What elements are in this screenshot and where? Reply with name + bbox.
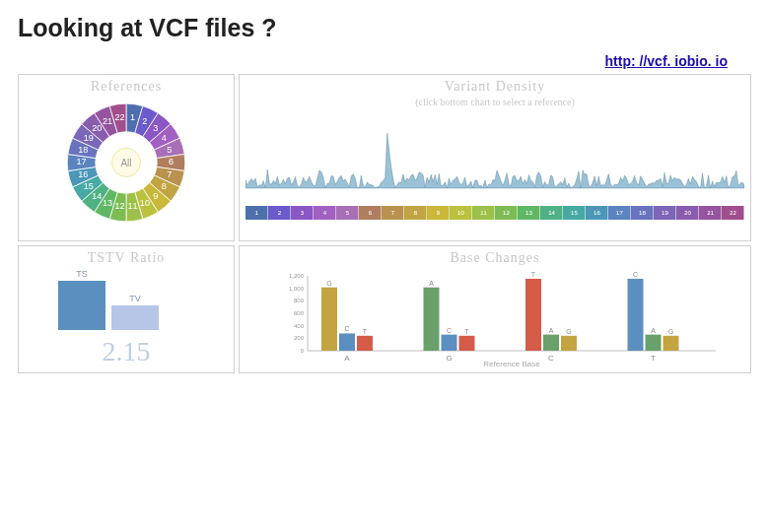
bc-bar-label: G <box>326 280 331 287</box>
bc-bar <box>646 335 662 351</box>
donut-segment-label: 13 <box>103 198 112 208</box>
panel-tstv: TSTV Ratio TSTV 2.15 <box>18 245 235 373</box>
bc-bar <box>459 336 475 351</box>
bc-group-label: C <box>548 354 554 363</box>
donut-center-label: All <box>111 148 141 177</box>
bc-bar-label: A <box>429 280 434 287</box>
donut-segment-label: 22 <box>114 112 124 122</box>
references-donut: 12345678910111213141516171819202122 All <box>62 99 190 227</box>
density-trace <box>245 133 744 188</box>
density-strip-label: 19 <box>662 210 668 216</box>
donut-segment-label: 12 <box>114 201 124 211</box>
bc-bar-label: C <box>633 271 638 278</box>
bc-bar <box>525 279 541 351</box>
donut-segment-label: 15 <box>84 181 94 191</box>
tstv-bar: TS <box>58 281 105 330</box>
density-strip-label: 15 <box>571 210 578 216</box>
tstv-bar-label: TV <box>129 294 141 303</box>
vcf-iobio-link[interactable]: http: //vcf. iobio. io <box>605 53 728 69</box>
donut-segment-label: 17 <box>76 157 86 166</box>
density-strip-label: 16 <box>594 210 600 216</box>
donut-segment-label: 4 <box>162 133 167 143</box>
density-strip-label: 20 <box>684 210 691 216</box>
donut-segment-label: 10 <box>140 198 150 208</box>
bc-bar-label: T <box>531 271 536 278</box>
bc-bar <box>628 279 644 351</box>
bc-bar <box>339 333 355 351</box>
density-strip-label: 18 <box>639 210 646 216</box>
link-row: http: //vcf. iobio. io <box>18 52 751 70</box>
bc-bar <box>442 335 457 351</box>
density-strip-label: 22 <box>730 210 736 216</box>
page-title: Looking at VCF files ? <box>18 14 751 42</box>
bc-ytick: 0 <box>301 348 305 354</box>
panel-references: References 12345678910111213141516171819… <box>18 74 235 241</box>
donut-segment-label: 2 <box>142 116 147 126</box>
density-title: Variant Density <box>245 79 744 95</box>
bc-ytick: 1,200 <box>289 273 305 279</box>
donut-segment-label: 3 <box>153 123 158 133</box>
bc-ytick: 400 <box>294 323 305 329</box>
bc-ytick: 200 <box>294 335 305 341</box>
donut-segment-label: 7 <box>167 169 172 179</box>
bc-group-label: T <box>651 354 656 363</box>
bc-bar <box>321 288 337 351</box>
donut-segment-label: 1 <box>130 112 135 122</box>
donut-segment-label: 21 <box>103 116 112 126</box>
donut-segment-label: 16 <box>78 169 88 179</box>
bc-bar-label: C <box>344 325 349 332</box>
tstv-bars: TSTV <box>58 276 228 330</box>
tstv-title: TSTV Ratio <box>25 250 228 266</box>
tstv-value: 2.15 <box>25 336 228 367</box>
donut-segment-label: 20 <box>92 123 102 133</box>
density-strip-label: 13 <box>525 210 532 216</box>
bc-bar-label: G <box>668 328 673 335</box>
bc-bar <box>424 288 440 351</box>
donut-segment-label: 11 <box>127 201 137 211</box>
bc-bar <box>664 336 679 351</box>
panel-density: Variant Density (click bottom chart to s… <box>239 74 751 241</box>
density-strip-label: 21 <box>707 210 714 216</box>
bc-xlabel: Reference Base <box>483 360 540 368</box>
density-strip-label: 17 <box>616 210 623 216</box>
bc-ytick: 1,000 <box>289 286 305 292</box>
donut-segment-label: 8 <box>162 181 167 191</box>
density-strip-label: 12 <box>503 210 510 216</box>
density-strip-label: 11 <box>480 210 487 216</box>
bc-bar-label: A <box>549 327 554 334</box>
bc-bar-label: T <box>363 328 368 335</box>
density-subtitle: (click bottom chart to select a referenc… <box>245 97 744 107</box>
bc-bar <box>357 336 373 351</box>
bc-bar <box>543 335 559 351</box>
bc-ytick: 800 <box>294 298 305 303</box>
bc-bar-label: A <box>651 327 656 334</box>
charts-grid: References 12345678910111213141516171819… <box>18 74 751 373</box>
donut-segment-label: 14 <box>92 191 102 201</box>
basechanges-title: Base Changes <box>245 250 744 266</box>
tstv-bar-label: TS <box>76 269 88 279</box>
tstv-bar: TV <box>111 305 159 330</box>
bc-bar <box>561 336 577 351</box>
donut-segment-label: 5 <box>167 145 172 155</box>
bc-ytick: 600 <box>294 310 305 316</box>
bc-group-label: A <box>344 354 350 363</box>
references-title: References <box>25 79 228 95</box>
density-strip-label: 10 <box>457 210 464 216</box>
bc-group-label: G <box>446 354 452 363</box>
bc-bar-label: T <box>464 328 469 335</box>
donut-segment-label: 18 <box>78 145 88 155</box>
donut-segment-label: 19 <box>84 133 94 143</box>
density-strip-label: 14 <box>548 210 555 216</box>
donut-segment-label: 6 <box>169 157 174 166</box>
donut-segment-label: 9 <box>153 191 158 201</box>
panel-basechanges: Base Changes 1,2001,0008006004002000GCTA… <box>239 245 751 373</box>
density-chart[interactable]: 12345678910111213141516171819202122 <box>245 121 744 230</box>
basechanges-chart: 1,2001,0008006004002000GCTAACTGTAGCCAGTR… <box>245 270 744 368</box>
bc-bar-label: C <box>447 327 452 334</box>
bc-bar-label: G <box>566 328 571 335</box>
